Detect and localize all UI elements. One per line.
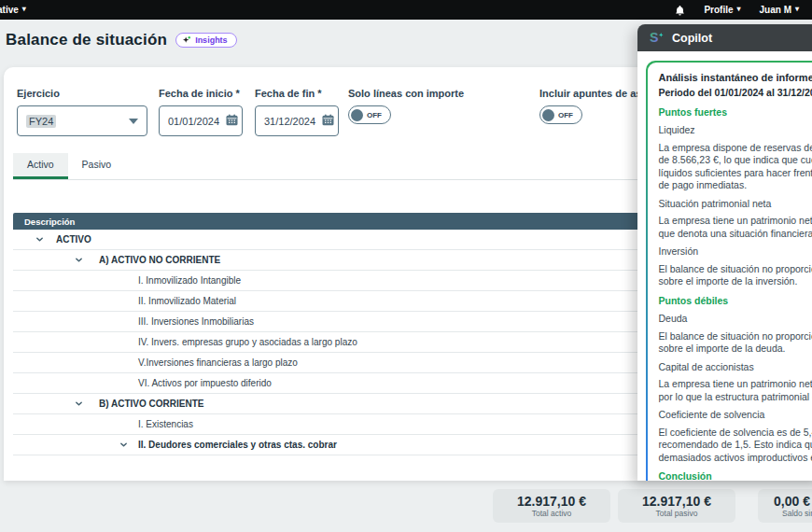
copilot-body: Análisis instantáneo de informes finaPer… [637, 51, 812, 481]
analysis-text-line: Situación patrimonial neta [659, 198, 812, 211]
analysis-text-line: Conclusión [659, 470, 812, 481]
profile-menu[interactable]: Profile ▾ [704, 5, 740, 15]
analysis-text-line: La empresa dispone de reservas de tesore… [659, 142, 812, 155]
ejercicio-label: Ejercicio [17, 88, 147, 99]
filter-ejercicio: Ejercicio FY24 [17, 88, 147, 136]
solo-lineas-toggle[interactable]: OFF [348, 105, 391, 124]
row-label: III. Inversiones Inmobiliarias [138, 316, 254, 327]
fecha-inicio-label: Fecha de inicio * [159, 88, 243, 99]
toggle-state-label: OFF [367, 111, 382, 119]
profile-label: Profile [704, 5, 733, 15]
analysis-text-line: El coeficiente de solvencia es de 5,47, … [659, 427, 812, 440]
analysis-label: Inversión [659, 245, 812, 259]
total-label: Total activo [493, 509, 610, 519]
tab-pasivo[interactable]: Pasivo [68, 153, 126, 179]
row-label: B) ACTIVO CORRIENTE [99, 399, 203, 409]
row-label: II. Inmovilizado Material [138, 296, 236, 306]
toggle-state-label: OFF [558, 111, 573, 119]
analysis-text-line: Liquidez [659, 124, 812, 137]
insights-badge[interactable]: Insights [175, 33, 237, 48]
analysis-text-line: El balance de situación no proporciona i… [659, 330, 812, 343]
analysis-para: La empresa tiene un patrimonio neto de 6… [659, 378, 812, 403]
svg-text:S: S [650, 30, 658, 45]
chevron-down-icon [129, 119, 138, 124]
solo-lineas-label: Solo líneas con importe [348, 88, 464, 99]
filter-fecha-fin: Fecha de fin * [255, 88, 339, 136]
total-value: 12.917,10 € [493, 494, 610, 509]
analysis-para: El balance de situación no proporciona i… [659, 263, 812, 288]
analysis-text-line: líquidos suficientes para hacer frente a… [659, 167, 812, 180]
analysis-text-line: Deuda [659, 313, 812, 326]
analysis-text-line: recomendado de 1,5. Esto indica que pued… [659, 439, 812, 452]
total-activo-card: 12.917,10 €Total activo [493, 489, 610, 523]
ejercicio-select[interactable]: FY24 [17, 105, 147, 136]
analysis-label: Deuda [659, 313, 812, 326]
row-label: II. Deudores comerciales y otras ctas. c… [138, 440, 337, 450]
analysis-section: Puntos débiles [659, 295, 812, 308]
analysis-text-line: demasiados activos improductivos en la e… [659, 452, 812, 465]
user-menu[interactable]: Juan M ▾ [760, 5, 799, 15]
analysis-text-line: sobre el importe de la inversión. [659, 275, 812, 288]
chevron-down-icon[interactable] [75, 256, 83, 264]
analysis-text-line: Periodo del 01/01/2024 al 31/12/2024 [659, 87, 812, 100]
analysis-para: La empresa tiene un patrimonio neto de 6… [659, 215, 812, 240]
saldo-sin-identificar-card: 0,00 €Saldo sin identificar [758, 489, 812, 523]
analysis-text-line: que denota una situación financiera posi… [659, 228, 812, 241]
analysis-label: Liquidez [659, 124, 812, 137]
fecha-fin-label: Fecha de fin * [255, 88, 339, 99]
calendar-icon[interactable] [322, 114, 334, 128]
app-menu[interactable]: ative ▾ [0, 5, 26, 15]
analysis-para: El coeficiente de solvencia es de 5,47, … [659, 427, 812, 465]
analysis-title: Análisis instantáneo de informes fina [659, 72, 812, 85]
toggle-knob [351, 109, 363, 121]
chevron-down-icon[interactable] [119, 441, 128, 449]
total-label: Saldo sin identificar [758, 509, 812, 519]
sparkle-icon [182, 35, 191, 45]
analysis-text-line: por lo que la estructura patrimonial es … [659, 391, 812, 404]
analysis-para: El balance de situación no proporciona i… [659, 330, 812, 356]
filter-fecha-inicio: Fecha de inicio * [159, 88, 243, 136]
total-label: Total pasivo [618, 509, 735, 519]
copilot-header: S Copilot [637, 24, 812, 51]
fecha-fin-input[interactable] [264, 116, 322, 127]
chevron-down-icon: ▾ [795, 6, 799, 13]
analysis-card: Análisis instantáneo de informes finaPer… [646, 61, 812, 481]
copilot-title: Copilot [672, 32, 712, 45]
chevron-down-icon[interactable] [75, 399, 83, 408]
incluir-apuntes-toggle[interactable]: OFF [539, 105, 582, 124]
chevron-down-icon: ▾ [22, 6, 26, 13]
row-label: I. Inmovilizado Intangible [138, 275, 241, 286]
total-value: 0,00 € [758, 494, 812, 509]
calendar-icon[interactable] [226, 114, 238, 128]
analysis-section: Puntos fuertes [659, 106, 812, 119]
app-menu-label: ative [0, 5, 19, 15]
analysis-para: La empresa dispone de reservas de tesore… [659, 142, 812, 192]
tab-activo[interactable]: Activo [13, 153, 68, 179]
copilot-logo-icon: S [649, 30, 665, 46]
row-label: V.Inversiones financieras a largo plazo [138, 357, 298, 368]
row-label: VI. Activos por impuesto diferido [138, 378, 272, 388]
chevron-down-icon[interactable] [35, 235, 44, 244]
page-header: Balance de situación Insights [6, 31, 237, 49]
top-navigation-bar: ative ▾ Profile ▾ Juan M ▾ [0, 0, 812, 20]
analysis-section: Conclusión [659, 470, 812, 481]
fecha-inicio-input[interactable] [168, 116, 226, 127]
row-label: IV. Invers. empresas grupo y asociadas a… [138, 337, 357, 347]
analysis-text-line: Puntos fuertes [659, 106, 812, 119]
chevron-down-icon: ▾ [737, 6, 741, 13]
total-pasivo-card: 12.917,10 €Total pasivo [618, 489, 735, 523]
analysis-label: Capital de accionistas [659, 361, 812, 374]
analysis-text-line: La empresa tiene un patrimonio neto de 6… [659, 215, 812, 228]
analysis-text-line: La empresa tiene un patrimonio neto de 6… [659, 378, 812, 391]
analysis-text-line: El balance de situación no proporciona i… [659, 263, 812, 276]
user-label: Juan M [760, 5, 791, 15]
notifications-bell-icon[interactable] [675, 5, 685, 16]
analysis-text-line: Análisis instantáneo de informes fina [659, 72, 812, 85]
total-value: 12.917,10 € [618, 494, 735, 509]
analysis-label: Coeficiente de solvencia [659, 409, 812, 422]
row-label: A) ACTIVO NO CORRIENTE [99, 255, 220, 265]
row-label: ACTIVO [56, 234, 91, 245]
analysis-text-line: de pago inmediatas. [659, 179, 812, 192]
column-header-descripcion: Descripción [24, 217, 75, 227]
insights-badge-label: Insights [195, 35, 228, 45]
